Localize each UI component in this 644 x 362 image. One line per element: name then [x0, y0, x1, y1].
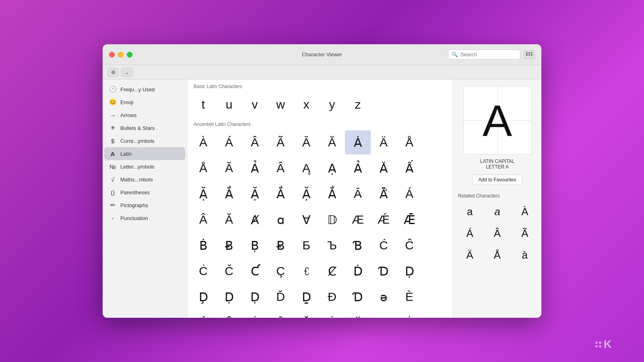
char-cell[interactable]: Ć — [371, 233, 396, 257]
related-char[interactable]: à — [512, 245, 538, 265]
chevron-button[interactable]: ⌄ — [121, 68, 132, 77]
char-cell[interactable]: Ā — [345, 182, 371, 206]
sidebar-item-currency[interactable]: $ Curre...ymbols — [103, 134, 187, 147]
char-cell[interactable]: Ḍ — [396, 259, 422, 283]
char-cell[interactable]: Ē — [268, 311, 293, 318]
char-cell[interactable]: Ą — [293, 156, 319, 180]
char-cell[interactable]: Ȧ — [345, 130, 371, 154]
char-cell[interactable]: Ã — [268, 130, 293, 154]
char-cell[interactable]: Ъ — [319, 233, 345, 257]
char-cell[interactable]: Ꞓ — [293, 259, 319, 283]
char-cell[interactable]: Â — [242, 130, 268, 154]
char-cell[interactable]: Ä — [371, 130, 396, 154]
char-cell[interactable]: Ƀ — [268, 233, 293, 257]
char-cell[interactable]: Â — [268, 156, 293, 180]
related-char[interactable]: a — [484, 201, 510, 222]
char-cell[interactable]: t — [190, 93, 216, 117]
char-cell[interactable]: Å — [396, 130, 422, 154]
more-button[interactable]: ⊕ — [107, 68, 119, 77]
char-cell[interactable]: u — [216, 93, 242, 117]
char-cell[interactable]: Ă — [319, 130, 345, 154]
char-cell[interactable]: Б — [293, 233, 319, 257]
char-cell[interactable]: Ḋ — [345, 259, 371, 283]
sidebar-item-letter-symbols[interactable]: № Letter...ymbols — [103, 160, 187, 173]
char-cell[interactable]: Ĉ — [396, 233, 422, 257]
char-cell[interactable]: Ắ — [319, 182, 345, 206]
char-cell[interactable]: Ƀ — [216, 233, 242, 257]
related-char[interactable]: Å — [484, 245, 510, 265]
char-cell[interactable]: Ă — [216, 208, 242, 232]
char-cell[interactable]: 𝔻 — [319, 208, 345, 232]
sidebar-item-arrows[interactable]: → Arrows — [103, 109, 187, 121]
char-cell[interactable]: Ȼ — [319, 259, 345, 283]
char-cell[interactable]: Ë — [345, 311, 371, 318]
char-cell[interactable]: Á — [396, 182, 422, 206]
char-cell[interactable]: ∀ — [293, 208, 319, 232]
char-cell[interactable]: Å — [190, 156, 216, 180]
char-cell[interactable]: Ā̈ — [371, 182, 396, 206]
related-char[interactable]: À — [512, 201, 538, 222]
char-cell[interactable]: Ḃ — [190, 233, 216, 257]
related-char[interactable]: Á — [456, 223, 483, 244]
char-cell[interactable]: ɑ — [268, 208, 293, 232]
char-cell[interactable]: Ă — [216, 156, 242, 180]
sidebar-item-latin[interactable]: A Latin — [104, 147, 185, 160]
char-cell[interactable]: Ǎ — [371, 156, 396, 180]
char-cell[interactable]: y — [319, 93, 345, 117]
char-cell[interactable]: Ả — [345, 156, 371, 180]
char-cell[interactable]: Ḍ — [242, 285, 268, 309]
char-cell[interactable]: Ḅ — [242, 233, 268, 257]
char-cell[interactable]: Ė — [242, 311, 268, 318]
minimize-button[interactable] — [118, 52, 124, 58]
char-cell[interactable]: Ç — [268, 259, 293, 283]
related-char[interactable]: a — [456, 201, 483, 222]
sidebar-item-parentheses[interactable]: () Parentheses — [103, 186, 187, 199]
char-cell[interactable]: Ƈ — [242, 259, 268, 283]
char-cell[interactable]: Ǣ — [396, 208, 422, 232]
char-cell[interactable]: Ė — [319, 311, 345, 318]
sidebar-item-pictographs[interactable]: ✏ Pictographs — [103, 199, 187, 212]
maximize-button[interactable] — [127, 52, 132, 58]
char-cell[interactable]: É — [190, 311, 216, 318]
char-cell[interactable]: Ċ — [190, 259, 216, 283]
char-cell[interactable]: À — [190, 130, 216, 154]
grid-view-button[interactable] — [524, 50, 535, 59]
char-cell[interactable]: Ḑ — [190, 285, 216, 309]
char-cell[interactable]: Â — [190, 208, 216, 232]
char-cell[interactable]: Ě — [293, 311, 319, 318]
char-cell[interactable]: ǝ — [371, 285, 396, 309]
sidebar-item-frequently-used[interactable]: 🕐 Frequ...y Used — [103, 83, 187, 96]
char-cell[interactable]: Č — [216, 259, 242, 283]
sidebar-item-emoji[interactable]: 😊 Emoji — [103, 96, 187, 109]
sidebar-item-punctuation[interactable]: · Punctuation — [103, 212, 187, 224]
sidebar-item-math-symbols[interactable]: √ Maths...mbols — [103, 173, 187, 186]
add-to-favourites-button[interactable]: Add to Favourites — [472, 175, 522, 185]
char-cell[interactable]: Ắ — [216, 182, 242, 206]
char-cell[interactable]: Ả — [242, 156, 268, 180]
char-cell[interactable]: Ạ — [319, 156, 345, 180]
char-cell[interactable]: Ɓ — [345, 233, 371, 257]
char-cell[interactable]: Ė — [396, 311, 422, 318]
char-cell[interactable]: x — [293, 93, 319, 117]
char-cell[interactable]: Ɗ — [345, 285, 371, 309]
char-cell[interactable]: w — [268, 93, 293, 117]
char-cell[interactable]: Á — [216, 130, 242, 154]
char-cell[interactable]: Ặ — [242, 182, 268, 206]
search-box[interactable]: 🔍 — [448, 49, 520, 60]
char-cell[interactable]: Ḍ — [216, 285, 242, 309]
char-cell[interactable]: Ð — [319, 285, 345, 309]
char-cell[interactable]: Ď — [268, 285, 293, 309]
char-cell[interactable]: Ā — [293, 130, 319, 154]
char-cell[interactable]: z — [345, 93, 371, 117]
char-cell[interactable]: Æ — [345, 208, 371, 232]
char-cell[interactable]: Ḏ — [293, 285, 319, 309]
char-cell[interactable]: Ặ — [293, 182, 319, 206]
char-cell[interactable]: È — [396, 285, 422, 309]
related-char[interactable]: Ä — [456, 245, 483, 265]
search-input[interactable] — [460, 51, 517, 58]
char-cell[interactable]: v — [242, 93, 268, 117]
sidebar-item-bullets-stars[interactable]: ✳ Bullets & Stars — [103, 121, 187, 134]
char-cell[interactable]: Ắ — [268, 182, 293, 206]
char-cell[interactable]: Ɗ — [371, 259, 396, 283]
char-cell[interactable]: Ặ — [190, 182, 216, 206]
